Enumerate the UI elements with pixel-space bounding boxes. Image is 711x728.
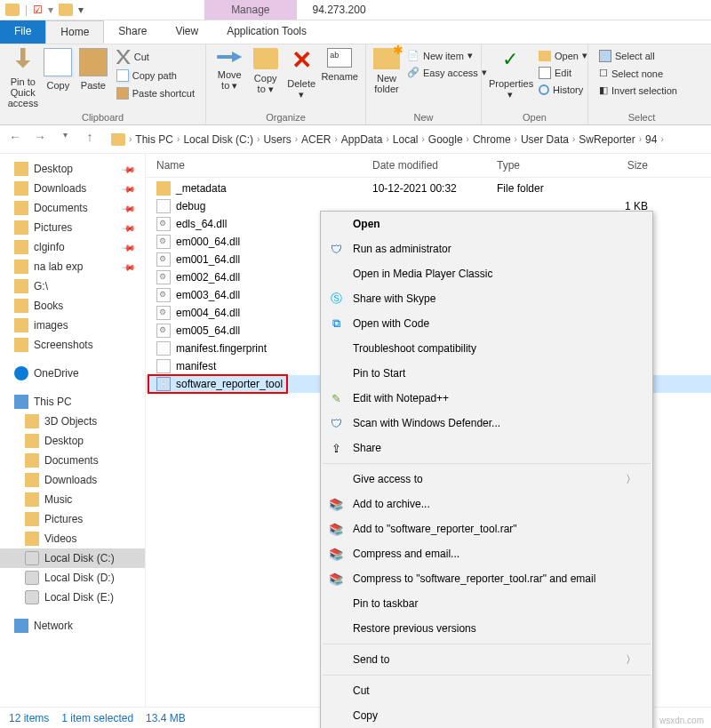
ctx-restore[interactable]: Restore previous versions <box>321 616 652 641</box>
folder-icon <box>59 4 73 16</box>
crumb[interactable]: User Data <box>521 133 569 146</box>
pin-to-quick-access-button[interactable]: Pin to Quick access <box>7 48 39 108</box>
crumb[interactable]: Users <box>263 133 291 146</box>
crumb[interactable]: 94 <box>645 133 657 146</box>
status-size: 13.4 MB <box>146 712 186 724</box>
ctx-copy[interactable]: Copy <box>321 703 652 728</box>
crumb[interactable]: Chrome <box>473 133 511 146</box>
ctx-pin-to-start[interactable]: Pin to Start <box>321 361 652 386</box>
ctx-share[interactable]: ⇪Share <box>321 436 652 460</box>
tree-item[interactable]: Books <box>0 296 145 316</box>
tab-share[interactable]: Share <box>104 20 161 44</box>
ctx-run-as-admin[interactable]: 🛡Run as administrator <box>321 236 652 261</box>
col-type[interactable]: Type <box>497 159 603 172</box>
tree-item[interactable]: na lab exp📌 <box>0 257 145 276</box>
qat-dropdown-icon[interactable]: ▾ <box>48 4 53 16</box>
nav-tree[interactable]: Desktop📌Downloads📌Documents📌Pictures📌clg… <box>0 154 146 707</box>
crumb[interactable]: AppData <box>341 133 383 146</box>
ctx-cut[interactable]: Cut <box>321 678 652 703</box>
history-button[interactable]: History <box>535 83 591 97</box>
cut-button[interactable]: Cut <box>113 48 198 66</box>
tab-application-tools[interactable]: Application Tools <box>212 20 321 44</box>
ctx-pin-taskbar[interactable]: Pin to taskbar <box>321 591 652 616</box>
tree-onedrive[interactable]: OneDrive <box>0 364 145 383</box>
tree-item[interactable]: Desktop📌 <box>0 159 145 179</box>
ctx-edit-notepad[interactable]: ✎Edit with Notepad++ <box>321 386 652 411</box>
tab-home[interactable]: Home <box>45 20 104 44</box>
tab-view[interactable]: View <box>161 20 212 44</box>
forward-button[interactable]: → <box>30 130 50 149</box>
open-button[interactable]: Open ▾ <box>535 48 591 63</box>
tab-file[interactable]: File <box>0 20 45 44</box>
new-folder-button[interactable]: New folder <box>373 48 400 94</box>
paste-button[interactable]: Paste <box>77 48 109 91</box>
copy-to-button[interactable]: Copy to ▾ <box>249 48 281 95</box>
tree-item[interactable]: Music <box>0 490 145 509</box>
up-button[interactable]: ↑ <box>80 130 100 149</box>
tree-network[interactable]: Network <box>0 616 145 636</box>
tree-item[interactable]: Documents <box>0 451 145 470</box>
tree-item[interactable]: images <box>0 316 145 335</box>
paste-shortcut-button[interactable]: Paste shortcut <box>113 85 198 101</box>
ctx-open-with-code[interactable]: ⧉Open with Code <box>321 311 652 336</box>
ctx-send-to[interactable]: Send to〉 <box>321 647 652 672</box>
tree-item[interactable]: Videos <box>0 529 145 548</box>
tree-item[interactable]: Downloads📌 <box>0 179 145 198</box>
crumb[interactable]: This PC <box>135 133 173 146</box>
invert-selection-button[interactable]: ◧Invert selection <box>595 83 681 98</box>
move-to-button[interactable]: Move to ▾ <box>213 48 245 92</box>
copy-path-button[interactable]: Copy path <box>113 68 198 84</box>
crumb[interactable]: SwReporter <box>579 133 635 146</box>
qat-overflow[interactable]: ▾ <box>78 4 84 16</box>
copy-button[interactable]: Copy <box>43 48 75 91</box>
tree-item[interactable]: Pictures📌 <box>0 218 145 237</box>
crumb[interactable]: ACER <box>301 133 331 146</box>
ctx-compress-to[interactable]: 📚Compress to "software_reporter_tool.rar… <box>321 566 652 591</box>
tree-this-pc[interactable]: This PC <box>0 392 145 412</box>
group-select-label: Select <box>595 110 688 123</box>
tree-item[interactable]: Desktop <box>0 431 145 451</box>
tree-item[interactable]: G:\ <box>0 276 145 296</box>
back-button[interactable]: ← <box>5 130 25 149</box>
ctx-open-mpc[interactable]: Open in Media Player Classic <box>321 261 652 286</box>
tree-item[interactable]: Documents📌 <box>0 198 145 218</box>
properties-button[interactable]: ✓Properties ▾ <box>489 48 531 100</box>
tree-item[interactable]: Screenshots <box>0 335 145 355</box>
easy-access-button[interactable]: 🔗Easy access ▾ <box>403 65 491 80</box>
tree-item[interactable]: Local Disk (D:) <box>0 568 145 588</box>
checkbox-icon[interactable]: ☑ <box>33 4 43 16</box>
tree-item[interactable]: Local Disk (C:) <box>0 548 145 568</box>
ctx-add-rar[interactable]: 📚Add to "software_reporter_tool.rar" <box>321 516 652 541</box>
qat-sep: | <box>25 4 28 16</box>
ctx-give-access[interactable]: Give access to〉 <box>321 467 652 492</box>
status-selected: 1 item selected <box>61 712 133 724</box>
tree-item[interactable]: clginfo📌 <box>0 237 145 257</box>
ctx-share-skype[interactable]: ⓈShare with Skype <box>321 286 652 311</box>
new-item-button[interactable]: 📄New item ▾ <box>403 48 491 63</box>
tree-item[interactable]: Local Disk (E:) <box>0 588 145 607</box>
recent-button[interactable]: ▾ <box>55 130 75 149</box>
crumb[interactable]: Google <box>428 133 463 146</box>
ctx-compress-email[interactable]: 📚Compress and email... <box>321 541 652 566</box>
edit-button[interactable]: Edit <box>535 65 591 81</box>
file-row[interactable]: _metadata10-12-2021 00:32File folder <box>146 180 711 197</box>
select-all-button[interactable]: Select all <box>595 48 681 64</box>
ctx-troubleshoot[interactable]: Troubleshoot compatibility <box>321 336 652 361</box>
crumb[interactable]: Local <box>393 133 419 146</box>
ctx-open[interactable]: Open <box>321 212 652 236</box>
select-none-button[interactable]: ☐Select none <box>595 66 681 81</box>
context-menu[interactable]: Open 🛡Run as administrator Open in Media… <box>320 211 653 728</box>
col-size[interactable]: Size <box>603 159 657 172</box>
col-date[interactable]: Date modified <box>372 159 497 172</box>
col-name[interactable]: Name <box>146 159 372 172</box>
ctx-add-archive[interactable]: 📚Add to archive... <box>321 492 652 516</box>
tree-item[interactable]: Pictures <box>0 509 145 529</box>
tree-item[interactable]: 3D Objects <box>0 412 145 431</box>
breadcrumb[interactable]: › This PC›Local Disk (C:)›Users›ACER›App… <box>105 130 706 149</box>
crumb[interactable]: Local Disk (C:) <box>183 133 253 146</box>
rename-button[interactable]: Rename <box>321 48 358 82</box>
delete-button[interactable]: ✕Delete ▾ <box>285 48 317 100</box>
manage-context-tab[interactable]: Manage <box>204 0 296 20</box>
tree-item[interactable]: Downloads <box>0 470 145 490</box>
ctx-scan-defender[interactable]: 🛡Scan with Windows Defender... <box>321 411 652 436</box>
